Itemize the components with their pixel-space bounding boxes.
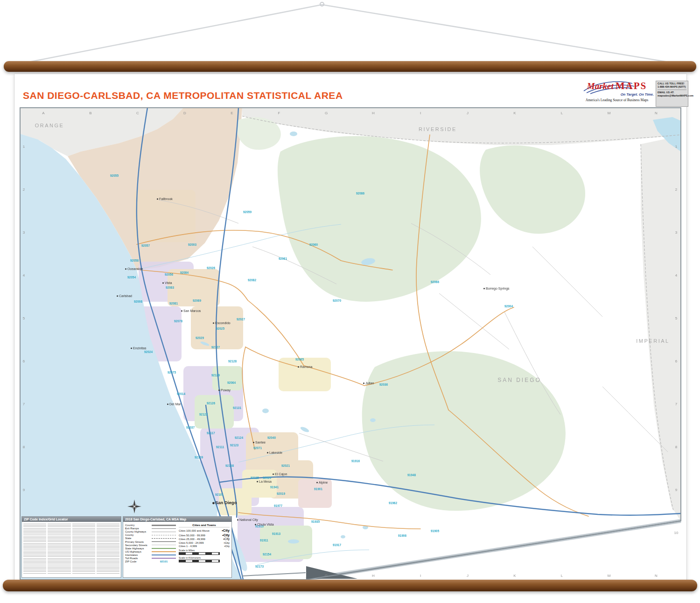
- contact-call-label: CALL US TOLL FREE!: [658, 82, 686, 85]
- legend-city-class: Cities 25,000 - 49,999City: [179, 537, 230, 541]
- legend-item: US Highways: [125, 550, 176, 553]
- legend-item: State Highways: [125, 547, 176, 550]
- zip-label: 92111: [216, 445, 224, 449]
- grid-number-left: 7: [23, 402, 25, 406]
- zip-label: 92066: [431, 280, 439, 284]
- zip-index-column: [72, 524, 95, 574]
- legend-city-sample: City: [224, 545, 230, 548]
- city-dot: [213, 322, 214, 324]
- legend-swatch-county: [152, 535, 176, 535]
- forest-area-northeast: [480, 146, 585, 234]
- legend-item: Exit Ramps: [125, 527, 176, 530]
- zip-index-panel: ZIP Code Index/Grid Locator: [21, 516, 121, 578]
- legend-swatch-secondary: [152, 545, 176, 545]
- city-label: Carlsbad: [119, 294, 132, 298]
- zip-label: 92117: [207, 431, 215, 435]
- county-label-orange: ORANGE: [35, 123, 64, 128]
- zip-label: 91977: [274, 504, 282, 507]
- grid-number-right: 3: [675, 230, 678, 235]
- legend-city-sample: City: [222, 528, 230, 533]
- legend-swatch-ctyhwy: [152, 532, 176, 532]
- zip-label: 92058: [130, 259, 139, 262]
- zip-label: 92109: [195, 456, 203, 459]
- legend-swatch-toll: [152, 558, 176, 559]
- grid-letter-top: D: [183, 111, 186, 115]
- legend-item-label: Interstates: [125, 554, 150, 556]
- marketmaps-logo: MarketMAPS On Target. On Time. America's…: [580, 78, 654, 109]
- city-dot: [162, 282, 164, 284]
- grid-number-left: 8: [23, 445, 25, 449]
- legend-item: Primary Streets: [125, 541, 176, 543]
- zip-index-column: [23, 524, 46, 574]
- legend-item: Interstates: [125, 554, 176, 556]
- zip-label: 92059: [243, 210, 252, 214]
- city-label: Chula Vista: [257, 523, 274, 526]
- zip-label: 92057: [141, 244, 150, 247]
- logo-market-text: Market: [587, 81, 614, 91]
- grid-number-right: 6: [675, 359, 678, 363]
- zip-label: 91935: [311, 520, 320, 523]
- zip-label: 92070: [333, 299, 341, 302]
- zip-label: 91906: [398, 534, 406, 537]
- grid-letter-top: N: [655, 111, 658, 115]
- zip-label: 92078: [174, 319, 182, 323]
- top-wooden-rail: [4, 61, 696, 72]
- zip-label: 92065: [295, 358, 304, 361]
- logo-subtitle: America's Leading Source of Business Map…: [580, 98, 654, 102]
- legend-swatch-interstate: [152, 554, 176, 555]
- zip-label: 92021: [281, 464, 290, 467]
- grid-number-right: 9: [675, 488, 678, 492]
- city-label: Julian: [365, 381, 374, 385]
- zip-label: 92060: [309, 243, 318, 246]
- grid-letter-bottom: M: [608, 574, 611, 578]
- zip-label: 92020: [263, 476, 271, 479]
- zip-label: 92014: [177, 392, 185, 395]
- grid-letter-bottom: N: [655, 574, 658, 578]
- legend-city-sample: City: [224, 541, 230, 544]
- zip-label: 92040: [267, 436, 276, 439]
- grid-number-left: 5: [23, 316, 25, 320]
- zip-label: 92029: [196, 336, 204, 340]
- zip-label: 91905: [431, 529, 439, 533]
- zip-label: 92056: [165, 273, 173, 276]
- legend-swatch-statehwy: [152, 548, 176, 549]
- city-label: Borrego Springs: [486, 287, 510, 291]
- city-dot: [255, 524, 256, 525]
- zip-label: 92131: [233, 406, 241, 409]
- city-label: San Marcos: [183, 309, 201, 312]
- zip-label: 92037: [186, 426, 195, 429]
- zip-label: 91913: [272, 532, 280, 535]
- zip-label: 92122: [199, 413, 208, 416]
- zip-label: 92108: [225, 464, 234, 467]
- zip-label: 91941: [270, 485, 279, 489]
- legend-cities-heading: Cities and Towns: [179, 523, 230, 527]
- zip-label: 92127: [211, 346, 220, 349]
- imperial-county-area: [641, 136, 681, 521]
- county-label-san-diego: SAN DIEGO: [497, 377, 541, 383]
- legend-panel: 2018 San Diego-Carlsbad, CA MSA Map Coun…: [123, 516, 232, 578]
- zip-label: 92084: [180, 271, 189, 274]
- city-label: Oceanside: [127, 267, 143, 270]
- legend-city-classes: Cities 100,000 and AboveCityCities 50,00…: [179, 528, 230, 548]
- legend-item-label: Country: [125, 524, 150, 527]
- legend-swatch-ushwy: [152, 551, 176, 552]
- grid-letter-bottom: H: [372, 574, 375, 578]
- zip-label: 91901: [314, 487, 322, 491]
- scale-miles-bar: [179, 552, 220, 555]
- grid-number-left: 4: [23, 273, 25, 277]
- zip-label: 92069: [193, 299, 201, 302]
- city-label: Alpine: [319, 481, 328, 485]
- wire-hook-ring: [320, 2, 324, 6]
- zip-label: 92124: [235, 436, 243, 439]
- city-label: Poway: [221, 388, 231, 392]
- grid-letter-bottom: G: [325, 574, 328, 578]
- zip-label: 92025: [216, 327, 224, 330]
- zip-label: 92071: [253, 446, 262, 450]
- zip-label: 92024: [144, 350, 153, 353]
- legend-item: County: [125, 534, 176, 536]
- legend-city-sample: City: [222, 534, 230, 537]
- city-dot: [157, 198, 158, 200]
- zip-label: 92083: [166, 286, 174, 289]
- zip-label: 91916: [351, 459, 360, 463]
- grid-number-right: 10: [674, 531, 679, 535]
